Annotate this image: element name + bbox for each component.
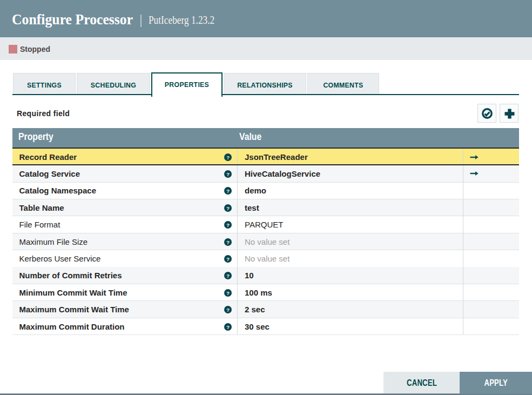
svg-text:?: ? bbox=[226, 273, 230, 279]
svg-text:?: ? bbox=[226, 307, 230, 313]
svg-text:?: ? bbox=[226, 171, 230, 177]
svg-text:?: ? bbox=[226, 256, 230, 262]
svg-text:?: ? bbox=[226, 154, 230, 160]
svg-text:?: ? bbox=[226, 239, 230, 245]
svg-text:?: ? bbox=[226, 290, 230, 296]
svg-text:?: ? bbox=[226, 222, 230, 228]
svg-text:?: ? bbox=[226, 188, 230, 194]
svg-text:?: ? bbox=[226, 205, 230, 211]
svg-text:?: ? bbox=[226, 324, 230, 330]
